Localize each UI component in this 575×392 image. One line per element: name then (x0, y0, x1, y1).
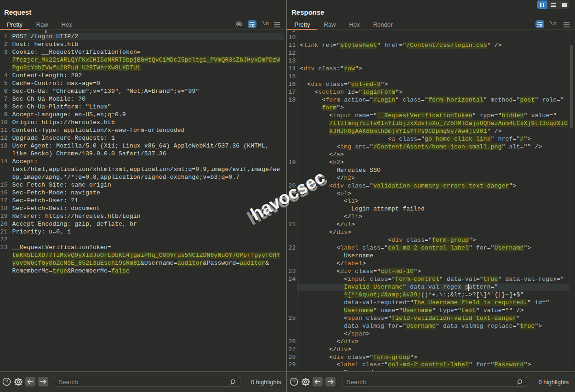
svg-text:?: ? (5, 379, 8, 384)
svg-text:?: ? (292, 379, 295, 384)
